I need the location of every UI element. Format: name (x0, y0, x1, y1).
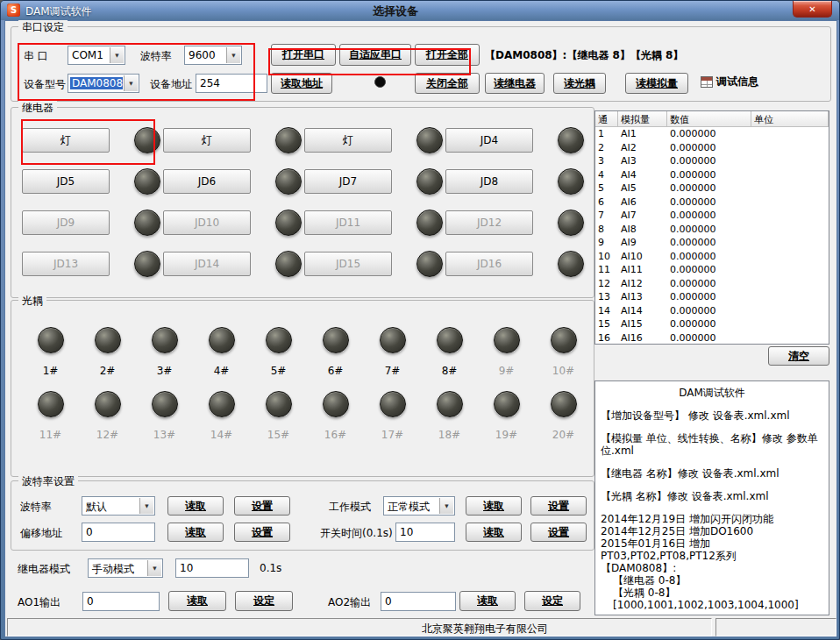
chevron-down-icon[interactable] (439, 498, 453, 514)
analog-table-row-14[interactable]: 14AI140.000000 (595, 304, 829, 318)
close-all-button[interactable]: 关闭全部 (415, 73, 480, 94)
clear-button[interactable]: 清空 (768, 346, 829, 366)
chevron-down-icon[interactable] (110, 47, 124, 63)
opto-knob-icon-16[interactable] (323, 391, 349, 417)
switch-time-set-button[interactable]: 设置 (530, 523, 587, 542)
analog-table-row-2[interactable]: 2AI20.000000 (595, 141, 829, 155)
open-serial-button[interactable]: 打开串口 (271, 44, 336, 66)
relay-button-3[interactable]: 灯 (304, 128, 392, 153)
ao1-set-button[interactable]: 设定 (235, 591, 293, 611)
baud-mode-select[interactable]: 默认 (82, 496, 155, 516)
opto-knob-icon-7[interactable] (380, 327, 406, 353)
offset-read-button[interactable]: 读取 (167, 523, 224, 542)
opto-knob-icon-1[interactable] (38, 327, 64, 353)
read-address-button[interactable]: 读取地址 (271, 73, 332, 94)
relay-knob-icon-8[interactable] (558, 168, 584, 195)
relay-button-10[interactable]: JD10 (163, 210, 251, 235)
opto-knob-icon-13[interactable] (152, 391, 178, 417)
opto-knob-icon-18[interactable] (437, 391, 463, 417)
opto-knob-icon-9[interactable] (494, 327, 520, 353)
read-relay-button[interactable]: 读继电器 (485, 73, 545, 94)
work-mode-select[interactable]: 正常模式 (383, 496, 455, 516)
analog-col-header-2[interactable]: 模拟量 (618, 111, 667, 127)
switch-time-input[interactable] (395, 523, 455, 542)
relay-button-12[interactable]: JD12 (445, 210, 533, 235)
opto-knob-icon-8[interactable] (437, 327, 463, 353)
analog-table-row-8[interactable]: 8AI80.000000 (595, 223, 829, 237)
relay-button-9[interactable]: JD9 (22, 210, 110, 235)
analog-table-row-4[interactable]: 4AI40.000000 (595, 168, 829, 182)
relay-knob-icon-10[interactable] (275, 210, 302, 236)
opto-knob-icon-5[interactable] (266, 327, 292, 353)
relay-button-1[interactable]: 灯 (22, 128, 110, 153)
opto-knob-icon-3[interactable] (152, 327, 178, 353)
relay-time-input[interactable] (175, 558, 249, 578)
ao2-input[interactable] (381, 592, 456, 611)
baud-select[interactable]: 9600 (184, 46, 242, 65)
ao1-read-button[interactable]: 读取 (168, 591, 226, 611)
analog-table-row-12[interactable]: 12AI120.000000 (595, 277, 829, 291)
relay-button-15[interactable]: JD15 (304, 252, 392, 276)
relay-button-7[interactable]: JD7 (304, 169, 392, 194)
analog-col-header-4[interactable]: 单位 (751, 111, 829, 127)
relay-knob-icon-15[interactable] (416, 251, 443, 277)
offset-set-button[interactable]: 设置 (234, 523, 290, 542)
opto-knob-icon-10[interactable] (551, 327, 577, 353)
opto-knob-icon-19[interactable] (494, 391, 520, 417)
ao2-read-button[interactable]: 读取 (459, 591, 516, 611)
opto-knob-icon-20[interactable] (551, 391, 577, 417)
relay-button-11[interactable]: JD11 (304, 210, 392, 235)
relay-knob-icon-5[interactable] (134, 168, 160, 195)
relay-knob-icon-16[interactable] (558, 251, 584, 277)
opto-knob-icon-12[interactable] (95, 391, 121, 417)
analog-table-row-11[interactable]: 11AI110.000000 (595, 263, 829, 277)
relay-knob-icon-11[interactable] (416, 210, 443, 236)
opto-knob-icon-15[interactable] (266, 391, 292, 417)
relay-button-16[interactable]: JD16 (445, 252, 533, 276)
relay-button-14[interactable]: JD14 (163, 252, 251, 276)
ao1-input[interactable] (82, 592, 160, 611)
baud-set-button[interactable]: 设置 (234, 496, 290, 516)
opto-knob-icon-6[interactable] (323, 327, 349, 353)
switch-time-read-button[interactable]: 读取 (466, 523, 522, 542)
opto-knob-icon-17[interactable] (380, 391, 406, 417)
opto-knob-icon-2[interactable] (95, 327, 121, 353)
chevron-down-icon[interactable] (124, 75, 138, 91)
work-mode-read-button[interactable]: 读取 (466, 496, 522, 516)
relay-button-13[interactable]: JD13 (22, 252, 110, 276)
work-mode-set-button[interactable]: 设置 (530, 496, 587, 516)
chevron-down-icon[interactable] (139, 498, 153, 514)
relay-knob-icon-6[interactable] (275, 168, 302, 195)
relay-button-5[interactable]: JD5 (22, 169, 110, 194)
debug-info-button[interactable]: 调试信息 (701, 75, 758, 89)
offset-input[interactable] (82, 523, 155, 542)
relay-knob-icon-4[interactable] (558, 127, 584, 153)
opto-knob-icon-11[interactable] (38, 391, 64, 417)
analog-col-header-3[interactable]: 数值 (667, 111, 751, 127)
chevron-down-icon[interactable] (226, 47, 240, 63)
relay-button-6[interactable]: JD6 (163, 169, 251, 194)
read-opto-button[interactable]: 读光耦 (553, 73, 606, 94)
relay-knob-icon-12[interactable] (558, 210, 584, 236)
baud-read-button[interactable]: 读取 (167, 496, 224, 516)
analog-table-row-5[interactable]: 5AI50.000000 (595, 181, 829, 196)
adaptive-serial-button[interactable]: 自适应串口 (339, 44, 411, 66)
opto-knob-icon-14[interactable] (209, 391, 235, 417)
relay-knob-icon-7[interactable] (416, 168, 443, 195)
relay-knob-icon-3[interactable] (416, 127, 443, 153)
address-input[interactable] (196, 74, 267, 93)
model-select[interactable]: DAM0808 (68, 74, 139, 93)
port-select[interactable]: COM1 (68, 46, 125, 65)
relay-knob-icon-9[interactable] (134, 210, 160, 236)
title-bar[interactable]: S DAM调试软件 选择设备 ✕ (1, 1, 839, 20)
analog-table-row-1[interactable]: 1AI10.000000 (595, 127, 829, 141)
analog-table-row-9[interactable]: 9AI90.000000 (595, 236, 829, 250)
ao2-set-button[interactable]: 设定 (524, 591, 580, 611)
analog-table-row-6[interactable]: 6AI60.000000 (595, 196, 829, 210)
relay-button-8[interactable]: JD8 (445, 169, 533, 194)
relay-mode-select[interactable]: 手动模式 (88, 558, 163, 578)
relay-knob-icon-1[interactable] (134, 127, 160, 153)
analog-table-row-10[interactable]: 10AI100.000000 (595, 250, 829, 264)
relay-button-4[interactable]: JD4 (445, 128, 533, 153)
relay-knob-icon-13[interactable] (134, 251, 160, 277)
